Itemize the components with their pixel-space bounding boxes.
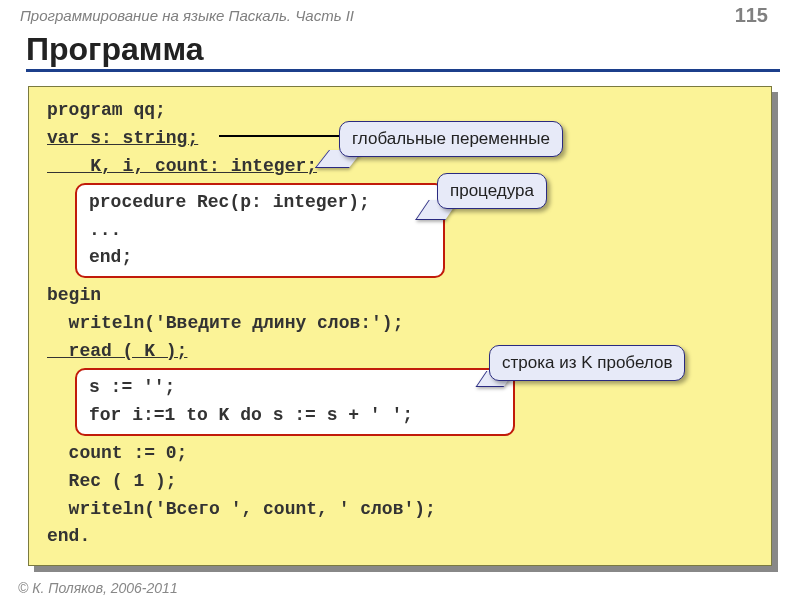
callout-global-vars: глобальные переменные [339, 121, 563, 157]
code-line: Rec ( 1 ); [47, 468, 753, 496]
code-line: for i:=1 to K do s := s + ' '; [89, 402, 503, 430]
code-line: begin [47, 282, 753, 310]
code-line: procedure Rec(p: integer); [89, 189, 433, 217]
connector-line [219, 135, 349, 137]
code-line: ... [89, 217, 433, 245]
code-line: s := ''; [89, 374, 503, 402]
callout-spaces-string: строка из K пробелов [489, 345, 685, 381]
procedure-box: procedure Rec(p: integer); ... end; [75, 183, 445, 279]
page-title: Программа [26, 31, 780, 72]
copyright: © К. Поляков, 2006-2011 [18, 580, 178, 596]
code-line: writeln('Всего ', count, ' слов'); [47, 496, 753, 524]
callout-procedure: процедура [437, 173, 547, 209]
code-line: count := 0; [47, 440, 753, 468]
code-line: writeln('Введите длину слов:'); [47, 310, 753, 338]
init-box: s := ''; for i:=1 to K do s := s + ' '; [75, 368, 515, 436]
code-line: end; [89, 244, 433, 272]
breadcrumb: Программирование на языке Паскаль. Часть… [20, 7, 354, 24]
page-number: 115 [735, 4, 768, 27]
code-line: end. [47, 523, 753, 551]
code-block: program qq; var s: string; K, i, count: … [28, 86, 772, 566]
